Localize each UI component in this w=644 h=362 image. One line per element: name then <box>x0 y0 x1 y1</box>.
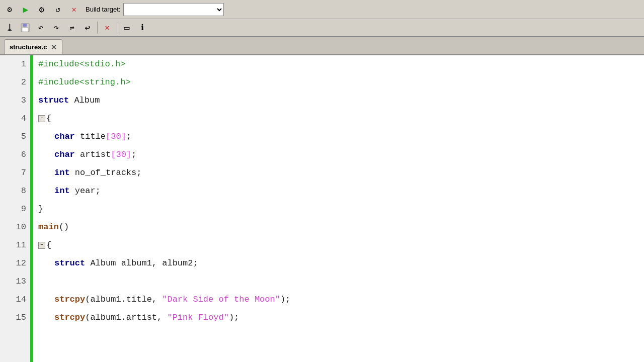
fold-widget-11[interactable]: − <box>38 242 45 249</box>
code-line-9: } <box>38 200 644 218</box>
code-line-3: struct Album <box>38 92 644 110</box>
line-num-9: 9 <box>0 200 30 218</box>
line-num-10: 10 <box>0 218 30 236</box>
rebuild-icon[interactable]: ↺ <box>50 2 65 17</box>
code-line-11: − { <box>38 236 644 254</box>
line-num-13: 13 <box>0 273 30 291</box>
code-line-1: #include<stdio.h> <box>38 55 644 73</box>
line-num-7: 7 <box>0 164 30 182</box>
code-line-14: strcpy (album1.title, "Dark Side of the … <box>38 291 644 309</box>
code-line-6: char artist [30] ; <box>38 146 644 164</box>
svg-rect-1 <box>23 24 27 27</box>
code-line-8: int year; <box>38 182 644 200</box>
build-target-label: Build target: <box>86 6 120 13</box>
tab-structures-c[interactable]: structures.c ✕ <box>4 39 62 54</box>
top-toolbar: ⚙ ▶ ⚙ ↺ ✕ Build target: <box>0 0 644 19</box>
close-icon[interactable]: ✕ <box>100 20 115 35</box>
line-num-3: 3 <box>0 92 30 110</box>
code-line-7: int no_of_tracks; <box>38 164 644 182</box>
line-num-8: 8 <box>0 182 30 200</box>
editor-area: 1 2 3 4 5 6 7 8 9 10 11 12 13 14 15 #inc… <box>0 55 644 362</box>
code-line-10: main () <box>38 218 644 236</box>
compile-icon[interactable]: ⚙ <box>34 2 49 17</box>
build-target-select[interactable] <box>123 3 224 16</box>
window-icon[interactable]: ▭ <box>119 20 134 35</box>
info-icon[interactable]: ℹ <box>135 20 150 35</box>
run-icon[interactable]: ▶ <box>18 2 33 17</box>
svg-rect-2 <box>22 28 28 32</box>
tab-close-icon[interactable]: ✕ <box>51 43 57 51</box>
jump-next-icon[interactable]: ↷ <box>49 20 64 35</box>
tab-bar: structures.c ✕ <box>0 37 644 55</box>
line-num-11: 11 <box>0 236 30 254</box>
line-num-15: 15 <box>0 309 30 327</box>
line-num-2: 2 <box>0 73 30 92</box>
line-num-6: 6 <box>0 146 30 164</box>
code-line-4: − { <box>38 110 644 128</box>
code-editor[interactable]: #include<stdio.h> #include<string.h> str… <box>33 55 644 362</box>
jump-prev-icon[interactable]: ↩ <box>80 20 95 35</box>
line-num-5: 5 <box>0 128 30 146</box>
code-line-15: strcpy (album1.artist, "Pink Floyd" ); <box>38 309 644 327</box>
line-num-12: 12 <box>0 254 30 273</box>
fold-widget-4[interactable]: − <box>38 115 45 122</box>
tab-label: structures.c <box>10 43 47 51</box>
line-num-14: 14 <box>0 291 30 309</box>
code-line-5: char title [30] ; <box>38 128 644 146</box>
code-line-12: struct Album album1, album2; <box>38 254 644 273</box>
settings-icon[interactable]: ⚙ <box>2 2 17 17</box>
save-all-icon[interactable]: ⤓ <box>2 20 17 35</box>
line-num-4: 4 <box>0 110 30 128</box>
jump-back-icon[interactable]: ↶ <box>33 20 48 35</box>
code-line-13 <box>38 273 644 291</box>
line-numbers: 1 2 3 4 5 6 7 8 9 10 11 12 13 14 15 <box>0 55 30 362</box>
code-line-2: #include<string.h> <box>38 73 644 92</box>
stop-icon[interactable]: ✕ <box>66 2 82 17</box>
jump-next2-icon[interactable]: ⇌ <box>64 20 79 35</box>
line-num-1: 1 <box>0 55 30 73</box>
save-icon[interactable] <box>18 20 33 35</box>
toolbar-divider <box>97 22 98 34</box>
toolbar-divider2 <box>117 22 117 34</box>
second-toolbar: ⤓ ↶ ↷ ⇌ ↩ ✕ ▭ ℹ <box>0 19 644 37</box>
